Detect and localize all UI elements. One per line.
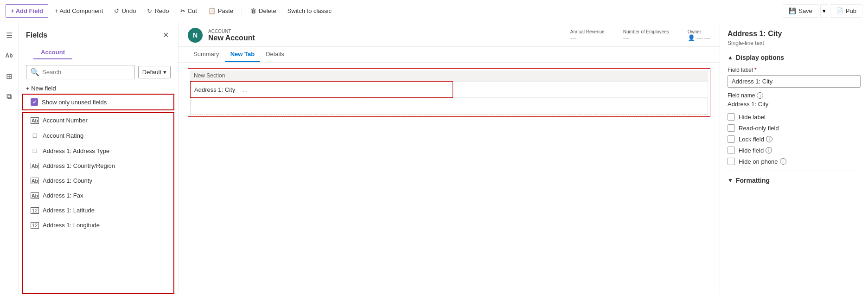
formatting-label: Formatting [736,177,770,184]
hide-phone-text: Hide on phone i [739,158,786,165]
field-label-text: Field label * [728,67,861,73]
grid-icon[interactable]: ⊞ [2,69,17,83]
cut-button[interactable]: ✂ Cut [176,5,202,17]
field-item-county[interactable]: Ab Address 1: County [23,173,173,188]
search-box[interactable]: 🔍 [26,65,134,79]
fields-account-tab[interactable]: Account [33,49,72,59]
field-item-country[interactable]: Ab Address 1: Country/Region [23,159,173,173]
main-layout: ☰ Ab ⊞ ⧉ Fields ✕ Account 🔍 Default ▾ + … [0,22,868,294]
publish-button[interactable]: 📄 Pub [830,4,862,18]
section-title: New Section [190,70,708,81]
hide-phone-info-icon[interactable]: i [780,158,786,165]
owner-value: 👤 — — [688,34,710,41]
employees-label: Number of Employees [623,29,669,34]
address-city-field-cell[interactable]: Address 1: City ... [190,81,453,98]
hide-label-checkbox[interactable] [728,113,735,121]
redo-button[interactable]: ↻ Redo [142,5,173,17]
lock-field-info-icon[interactable]: i [766,136,772,142]
fields-panel-title: Fields [26,31,47,39]
fields-panel-close-button[interactable]: ✕ [161,29,171,41]
tab-new-tab[interactable]: New Tab [225,47,261,62]
new-field-button[interactable]: + New field [19,83,178,94]
display-options-label: Display options [736,54,784,61]
number-field-icon: 12 [31,207,39,214]
undo-button[interactable]: ↺ Undo [109,5,140,17]
form-preview: N ACCOUNT New Account Annual Revenue ---… [179,22,720,294]
readonly-field-text: Read-only field [739,125,779,132]
formatting-chevron-icon: ▼ [728,177,733,184]
layers-icon[interactable]: ⧉ [2,89,17,104]
hide-field-info-icon[interactable]: i [766,147,772,153]
right-panel-title: Address 1: City [728,30,861,38]
show-unused-checkbox[interactable] [31,98,38,106]
form-section: New Section Address 1: City ... [188,68,710,117]
lock-field-option: Lock field i [728,135,861,143]
owner-label: Owner [688,29,710,34]
fields-panel-header: Fields ✕ [19,22,178,41]
right-panel-subtitle: Single-line text [728,40,861,46]
field-item-address-type[interactable]: □ Address 1: Address Type [23,143,173,159]
form-header: N ACCOUNT New Account Annual Revenue ---… [179,22,720,47]
option-field-icon: □ [31,132,39,139]
dropdown-chevron-icon: ▾ [163,69,166,76]
save-dropdown-button[interactable]: ▾ [820,4,828,18]
text-icon[interactable]: Ab [2,48,17,63]
hide-field-option: Hide field i [728,147,861,154]
empty-row-cell [190,98,708,115]
text-field-icon-2: Ab [31,163,39,169]
field-item-account-rating[interactable]: □ Account Rating [23,128,173,143]
toolbar-right: 💾 Save ▾ 📄 Pub [783,4,862,18]
delete-button[interactable]: 🗑 Delete [246,5,281,17]
search-input[interactable] [42,69,130,76]
owner-field: Owner 👤 — — [688,29,710,41]
field-label-input[interactable] [728,75,861,88]
formatting-header[interactable]: ▼ Formatting [728,177,861,184]
field-item-longitude[interactable]: 12 Address 1: Longitude [23,218,173,233]
collapse-icon: ▲ [728,54,733,61]
field-name-label: Field name i [728,92,861,99]
cut-icon: ✂ [180,7,185,14]
employees-field: Number of Employees --- [623,29,669,41]
add-field-button[interactable]: + Add Field [6,4,48,18]
person-icon: 👤 [688,34,695,41]
icon-rail: ☰ Ab ⊞ ⧉ [0,22,19,294]
field-name-value: Address 1: City [728,101,861,108]
lock-field-text: Lock field i [739,136,772,143]
switch-classic-button[interactable]: Switch to classic [283,5,336,17]
toolbar-separator-1 [242,6,242,17]
text-field-icon-3: Ab [31,178,39,184]
form-header-left: N ACCOUNT New Account [188,28,255,43]
form-row-2 [190,98,708,115]
employees-value: --- [623,34,669,41]
address-city-field-name: Address 1: City [194,86,235,93]
form-tabs: Summary New Tab Details [179,47,720,63]
account-name: New Account [208,34,255,42]
save-button[interactable]: 💾 Save [783,4,818,18]
search-icon: 🔍 [30,68,39,77]
panel-divider [728,171,861,171]
lock-field-checkbox[interactable] [728,135,735,143]
tab-summary[interactable]: Summary [188,47,225,62]
menu-icon[interactable]: ☰ [2,28,17,43]
publish-icon: 📄 [836,7,843,14]
display-options-header[interactable]: ▲ Display options [728,54,861,61]
readonly-field-checkbox[interactable] [728,124,735,132]
paste-button[interactable]: 📋 Paste [204,5,238,17]
hide-field-checkbox[interactable] [728,147,735,154]
hide-label-option: Hide label [728,113,861,121]
annual-revenue-field: Annual Revenue --- [570,29,605,41]
field-name-section: Field name i Address 1: City [728,92,861,108]
field-item-account-number[interactable]: Ab Account Number [23,113,173,128]
field-name-info-icon[interactable]: i [757,92,763,99]
add-component-button[interactable]: + Add Component [50,5,108,17]
fields-search-row: 🔍 Default ▾ [19,59,178,83]
field-item-fax[interactable]: Ab Address 1: Fax [23,188,173,203]
hide-phone-checkbox[interactable] [728,158,735,165]
tab-details[interactable]: Details [260,47,290,62]
required-star: * [754,67,757,73]
field-item-latitude[interactable]: 12 Address 1: Latitude [23,203,173,218]
hide-phone-option: Hide on phone i [728,158,861,165]
canvas-area: N ACCOUNT New Account Annual Revenue ---… [179,22,720,294]
annual-revenue-label: Annual Revenue [570,29,605,34]
default-dropdown[interactable]: Default ▾ [138,66,171,78]
